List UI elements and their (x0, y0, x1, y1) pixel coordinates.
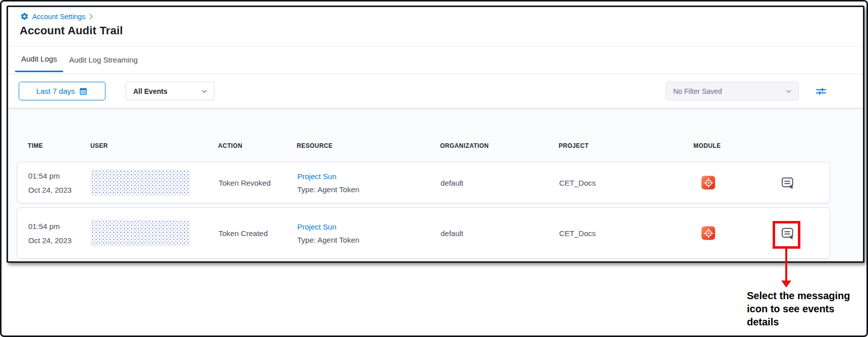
breadcrumb-account-settings-link[interactable]: Account Settings (32, 13, 85, 21)
annotation-arrow-line (785, 248, 787, 281)
row-action: Token Revoked (219, 179, 270, 187)
row-project: CET_Docs (559, 179, 596, 187)
row-organization: default (441, 229, 463, 238)
page-title: Account Audit Trail (20, 24, 123, 37)
tab-audit-log-streaming-label: Audit Log Streaming (69, 55, 138, 64)
chevron-down-icon (785, 88, 792, 95)
date-range-label: Last 7 days (36, 87, 75, 95)
annotation-highlight-box (773, 221, 800, 249)
chevron-right-icon (89, 14, 93, 20)
row-user-cell (91, 220, 190, 246)
date-range-button[interactable]: Last 7 days (19, 82, 105, 100)
message-details-button[interactable] (779, 174, 796, 191)
resource-type: Type: Agent Token (297, 236, 359, 244)
tab-bar: Audit Logs Audit Log Streaming (8, 47, 863, 74)
column-header-user: USER (90, 142, 108, 149)
event-type-value: All Events (133, 87, 168, 95)
column-header-module: MODULE (693, 142, 721, 149)
resource-type: Type: Agent Token (297, 185, 359, 194)
page-header: Account Settings Account Audit Trail (8, 7, 863, 47)
message-note-icon (780, 175, 795, 190)
column-header-action: ACTION (218, 142, 242, 149)
row-time: 01:54 pm (28, 172, 72, 180)
column-header-resource: RESOURCE (297, 142, 333, 149)
filter-settings-button[interactable] (813, 84, 829, 99)
calendar-icon (79, 87, 88, 96)
event-type-dropdown[interactable]: All Events (126, 82, 214, 100)
filter-bar: Last 7 days All Events No Filter Saved (8, 74, 863, 108)
cet-module-icon (701, 176, 715, 190)
annotation-arrow-head-icon (781, 280, 791, 288)
chevron-down-icon (201, 88, 208, 95)
row-action: Token Created (219, 229, 268, 238)
breadcrumb: Account Settings (20, 12, 93, 21)
row-user-cell (91, 170, 190, 196)
annotation-text: Select the messaging icon to see events … (747, 289, 859, 328)
row-date: Oct 24, 2023 (28, 186, 72, 194)
audit-table: TIME USER ACTION RESOURCE ORGANIZATION P… (8, 108, 863, 261)
row-time-cell: 01:54 pm Oct 24, 2023 (28, 222, 72, 245)
row-time: 01:54 pm (28, 222, 72, 231)
tab-audit-logs[interactable]: Audit Logs (15, 47, 63, 72)
audit-row-token-revoked: 01:54 pm Oct 24, 2023 Token Revoked Proj… (17, 162, 830, 203)
row-module-cell (701, 176, 715, 190)
row-message-cell (779, 174, 796, 191)
row-time-cell: 01:54 pm Oct 24, 2023 (28, 172, 72, 194)
row-resource-cell: Project Sun Type: Agent Token (297, 222, 359, 244)
screenshot-frame: Account Settings Account Audit Trail Aud… (0, 0, 868, 337)
column-header-project: PROJECT (559, 142, 588, 149)
saved-filter-dropdown[interactable]: No Filter Saved (666, 82, 799, 100)
tab-audit-log-streaming[interactable]: Audit Log Streaming (63, 47, 144, 72)
app-window: Account Settings Account Audit Trail Aud… (7, 6, 864, 263)
audit-row-token-created: 01:54 pm Oct 24, 2023 Token Created Proj… (17, 207, 830, 259)
settings-gear-icon[interactable] (20, 12, 29, 21)
resource-link[interactable]: Project Sun (297, 222, 359, 231)
row-organization: default (441, 179, 463, 187)
row-project: CET_Docs (559, 229, 596, 238)
tab-audit-logs-label: Audit Logs (21, 54, 57, 63)
filter-sliders-icon (815, 85, 828, 98)
column-header-time: TIME (28, 142, 43, 149)
row-date: Oct 24, 2023 (28, 236, 72, 245)
redacted-user-blur (91, 220, 190, 246)
row-resource-cell: Project Sun Type: Agent Token (297, 172, 359, 194)
saved-filter-value: No Filter Saved (673, 87, 722, 95)
column-header-organization: ORGANIZATION (440, 142, 489, 149)
redacted-user-blur (91, 170, 190, 196)
table-header-row: TIME USER ACTION RESOURCE ORGANIZATION P… (17, 142, 863, 150)
resource-link[interactable]: Project Sun (297, 172, 359, 181)
row-module-cell (701, 227, 715, 240)
cet-module-icon (701, 227, 715, 240)
